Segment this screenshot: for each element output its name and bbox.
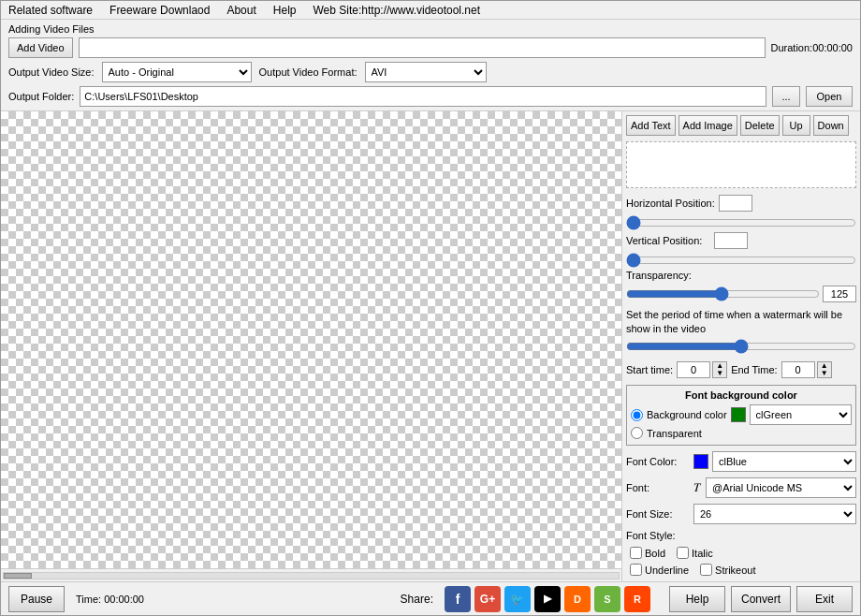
font-style-label-row: Font Style: (626, 530, 856, 541)
add-video-button[interactable]: Add Video (8, 37, 73, 58)
start-time-down[interactable]: ▼ (713, 370, 726, 377)
right-panel: Add Text Add Image Delete Up Down Horizo… (621, 111, 860, 581)
strikeout-label[interactable]: Strikeout (700, 564, 755, 576)
menu-website: Web Site:http://www.videotool.net (313, 4, 480, 17)
main-container: Adding Video Files Add Video Duration:00… (1, 20, 860, 615)
vertical-slider-row (626, 254, 856, 267)
vertical-position-slider[interactable] (626, 254, 856, 267)
transparent-radio[interactable] (631, 427, 643, 439)
content-area: Add Text Add Image Delete Up Down Horizo… (1, 111, 860, 581)
horizontal-position-slider[interactable] (626, 216, 856, 229)
transparency-label: Transparency: (626, 270, 710, 281)
transparency-slider-row: 125 (626, 286, 856, 302)
open-button[interactable]: Open (806, 86, 853, 107)
help-button[interactable]: Help (669, 586, 725, 612)
vertical-position-value (714, 232, 748, 249)
output-folder-label: Output Folder: (8, 91, 74, 102)
start-time-group: ▲ ▼ (677, 361, 727, 378)
output-folder-row: Output Folder: ... Open (8, 86, 853, 107)
bottom-action-buttons: Help Convert Exit (669, 586, 853, 612)
pause-button[interactable]: Pause (8, 586, 65, 612)
down-button[interactable]: Down (813, 115, 849, 136)
horizontal-slider-row (626, 216, 856, 229)
google-icon[interactable]: G+ (474, 586, 501, 612)
time-range-slider[interactable] (626, 340, 856, 353)
top-section: Adding Video Files Add Video Duration:00… (1, 20, 860, 111)
vertical-position-label: Vertical Position: (626, 235, 710, 246)
horizontal-position-label: Horizontal Position: (626, 198, 715, 209)
preview-section (1, 111, 621, 581)
font-style-checkboxes-row2: Underline Strikeout (626, 564, 856, 576)
end-time-down[interactable]: ▼ (818, 370, 831, 377)
browse-button[interactable]: ... (772, 86, 800, 107)
stumbleupon-icon[interactable]: S (594, 586, 620, 612)
menu-about[interactable]: About (223, 3, 259, 18)
font-color-row: Font Color: clBlue clRed clGreen clBlack (626, 451, 856, 472)
end-time-group: ▲ ▼ (781, 361, 832, 378)
text-preview-box (626, 141, 856, 188)
menu-related-software[interactable]: Related software (5, 3, 96, 18)
right-panel-buttons: Add Text Add Image Delete Up Down (626, 115, 856, 136)
status-time: Time: 00:00:00 (76, 594, 169, 605)
watermark-period-label: Set the period of time when a watermark … (626, 308, 856, 335)
horizontal-position-row: Horizontal Position: (626, 195, 856, 212)
font-size-select[interactable]: 26 8 10 12 14 18 24 28 (693, 504, 856, 524)
transparent-radio-label: Transparent (647, 428, 702, 439)
horizontal-position-value (719, 195, 752, 212)
end-time-input[interactable] (781, 361, 815, 378)
scrollbar-thumb[interactable] (4, 573, 32, 579)
bookmark-icon[interactable]: ▶ (534, 586, 561, 612)
bold-checkbox[interactable] (630, 547, 642, 559)
underline-label[interactable]: Underline (630, 564, 689, 576)
output-video-size-label: Output Video Size: (8, 66, 95, 78)
menu-freeware-download[interactable]: Freeware Downlaod (106, 3, 213, 18)
bg-color-radio[interactable] (631, 409, 643, 421)
add-text-button[interactable]: Add Text (626, 115, 676, 136)
preview-scrollbar (1, 568, 621, 581)
time-inputs-row: Start time: ▲ ▼ End Time: ▲ ▼ (626, 361, 856, 378)
output-video-size-select[interactable]: Auto - Original 320x240 640x480 1280x720… (102, 62, 252, 82)
font-color-swatch (693, 454, 708, 469)
transparent-radio-row: Transparent (631, 427, 852, 439)
output-folder-input[interactable] (80, 86, 766, 107)
font-style-label: Font Style: (626, 530, 690, 541)
menu-help[interactable]: Help (270, 3, 300, 18)
bg-color-select[interactable]: clGreen clRed clBlue clYellow (750, 404, 852, 425)
font-style-checkboxes-row1: Bold Italic (626, 547, 856, 559)
output-video-format-label: Output Video Format: (259, 66, 358, 78)
scrollbar-track[interactable] (3, 572, 620, 579)
italic-checkbox[interactable] (677, 547, 689, 559)
transparency-slider[interactable] (626, 287, 820, 301)
underline-checkbox[interactable] (630, 564, 642, 576)
italic-label[interactable]: Italic (677, 547, 713, 559)
end-time-label: End Time: (731, 364, 778, 375)
twitter-icon[interactable]: 🐦 (504, 586, 531, 612)
convert-button[interactable]: Convert (731, 586, 791, 612)
bold-label[interactable]: Bold (630, 547, 665, 559)
digg-icon[interactable]: D (564, 586, 591, 612)
start-time-spinner[interactable]: ▲ ▼ (712, 361, 727, 378)
end-time-spinner[interactable]: ▲ ▼ (817, 361, 832, 378)
reddit-icon[interactable]: R (624, 586, 650, 612)
bg-color-radio-label: Background color (647, 409, 727, 420)
up-button[interactable]: Up (782, 115, 810, 136)
exit-button[interactable]: Exit (796, 586, 853, 612)
strikeout-checkbox[interactable] (700, 564, 712, 576)
adding-files-label: Adding Video Files (8, 23, 853, 35)
font-color-select[interactable]: clBlue clRed clGreen clBlack (712, 451, 856, 472)
output-video-format-select[interactable]: AVI MP4 WMV MOV FLV MKV (365, 62, 487, 82)
font-label: Font: (626, 482, 690, 493)
delete-button[interactable]: Delete (740, 115, 780, 136)
time-slider-row (626, 340, 856, 356)
video-file-input[interactable] (79, 37, 766, 58)
add-image-button[interactable]: Add Image (679, 115, 737, 136)
font-icon: 𝑇 (693, 480, 700, 495)
start-time-input[interactable] (677, 361, 710, 378)
video-preview (1, 111, 621, 568)
start-time-label: Start time: (626, 364, 673, 375)
font-size-label: Font Size: (626, 508, 690, 520)
facebook-icon[interactable]: f (445, 586, 471, 612)
status-bar: Pause Time: 00:00:00 Share: f G+ 🐦 ▶ D S… (1, 581, 860, 615)
font-color-label: Font Color: (626, 456, 690, 467)
font-select[interactable]: @Arial Unicode MS Arial Times New Roman … (706, 477, 856, 498)
